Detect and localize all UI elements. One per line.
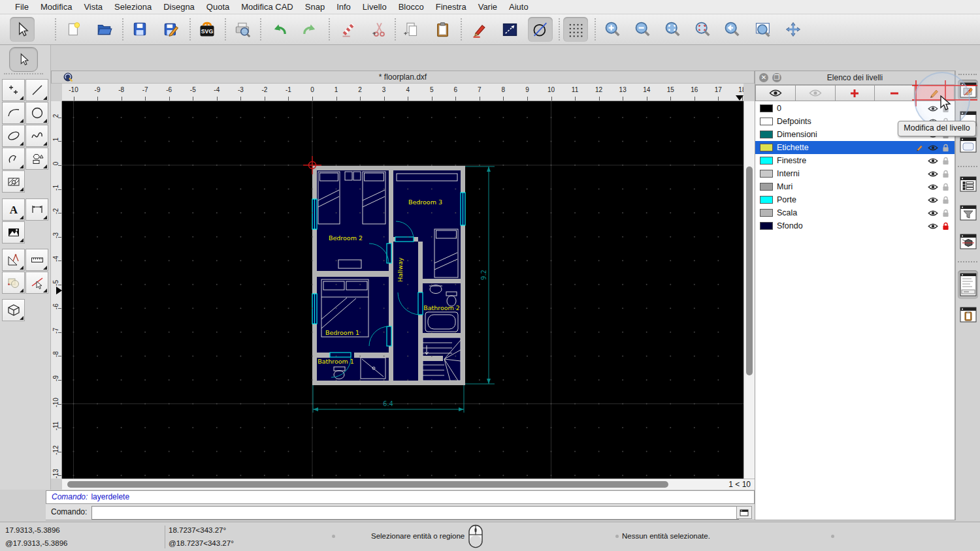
eye-icon[interactable] [928, 223, 938, 230]
vertical-scrollbar-thumb[interactable] [746, 166, 753, 375]
save-button[interactable] [127, 17, 152, 42]
shapes-tool[interactable] [25, 148, 48, 170]
menu-blocco[interactable]: Blocco [393, 0, 430, 14]
dock-preview-window-button[interactable] [958, 134, 978, 155]
svg-export-button[interactable]: SVG [195, 17, 220, 42]
zoom-in-button[interactable] [600, 17, 625, 42]
menu-varie[interactable]: Varie [472, 0, 503, 14]
dock-command-widget-button[interactable] [958, 270, 978, 299]
eye-icon[interactable] [928, 197, 938, 204]
zoom-previous-button[interactable] [720, 17, 745, 42]
show-all-layers-button[interactable] [755, 85, 796, 101]
dock-handle[interactable] [958, 74, 977, 75]
dock-filter-button[interactable] [958, 202, 978, 223]
layer-row-muri[interactable]: Muri [755, 180, 955, 193]
lock-icon[interactable] [942, 170, 949, 178]
ellipse-tool[interactable] [2, 125, 25, 147]
zoom-selection-button[interactable] [691, 17, 715, 42]
copy-button[interactable] [398, 17, 423, 42]
cut-button[interactable] [367, 17, 391, 42]
solid-3d-tool[interactable] [2, 299, 25, 321]
snap-entity-tool[interactable] [25, 272, 48, 294]
menu-modifica[interactable]: Modifica [35, 0, 78, 14]
dock-block-list-button[interactable] [958, 174, 978, 194]
layer-row-sfondo[interactable]: Sfondo [755, 219, 955, 232]
layer-row-finestre[interactable]: Finestre [755, 154, 955, 167]
pan-button[interactable] [781, 17, 806, 42]
text-tool[interactable]: A [2, 198, 25, 221]
arc-tool[interactable] [2, 102, 25, 124]
remove-layer-button[interactable] [875, 85, 915, 101]
measure-tool[interactable] [25, 249, 48, 271]
layer-row-interni[interactable]: Interni [755, 167, 955, 180]
eye-icon[interactable] [928, 210, 938, 217]
lock-icon[interactable] [942, 209, 949, 217]
dimension-tool[interactable] [25, 198, 48, 221]
paste-button[interactable] [430, 17, 455, 42]
image-tool[interactable] [2, 221, 25, 244]
spline-tool[interactable] [25, 125, 48, 147]
menu-file[interactable]: File [9, 0, 35, 14]
delete-tool-button[interactable] [336, 17, 361, 42]
save-as-button[interactable] [159, 17, 184, 42]
select-tool-button[interactable] [10, 17, 35, 42]
menu-bar: FileModificaVistaSelezionaDisegnaQuotaMo… [0, 0, 980, 14]
menu-disegna[interactable]: Disegna [157, 0, 201, 14]
layer-row-etichette[interactable]: Etichette [755, 141, 955, 154]
menu-quota[interactable]: Quota [201, 0, 235, 14]
menu-modifica-cad[interactable]: Modifica CAD [235, 0, 299, 14]
menu-info[interactable]: Info [331, 0, 357, 14]
palette-select-button[interactable] [9, 47, 38, 72]
lock-icon[interactable] [942, 183, 949, 191]
document-titlebar[interactable]: * floorplan.dxf [51, 71, 755, 84]
horizontal-scrollbar[interactable]: 1 < 10 [62, 479, 755, 490]
new-file-button[interactable] [61, 17, 86, 42]
points-tool[interactable] [2, 79, 25, 101]
vertical-scrollbar[interactable] [743, 101, 755, 479]
eye-icon[interactable] [928, 170, 938, 178]
grid-toggle-button[interactable] [563, 17, 588, 42]
isometric-toggle-button[interactable] [528, 17, 553, 42]
lock-icon[interactable] [942, 144, 949, 152]
hatch-tool[interactable] [2, 170, 25, 193]
add-layer-button[interactable] [836, 85, 875, 101]
lock-icon[interactable] [942, 196, 949, 204]
dock-library-browser-button[interactable] [958, 231, 978, 251]
zoom-window-button[interactable] [751, 17, 776, 42]
open-file-button[interactable] [92, 17, 117, 42]
hide-all-layers-button[interactable] [796, 85, 836, 101]
dock-clipboard-button[interactable] [958, 304, 978, 324]
menu-livello[interactable]: Livello [357, 0, 393, 14]
menu-seleziona[interactable]: Seleziona [108, 0, 157, 14]
circle-tool[interactable] [25, 102, 48, 124]
lock-icon[interactable] [942, 222, 949, 230]
menu-snap[interactable]: Snap [299, 0, 331, 14]
menu-vista[interactable]: Vista [78, 0, 108, 14]
print-preview-button[interactable] [230, 17, 255, 42]
eye-icon[interactable] [928, 157, 938, 165]
horizontal-scrollbar-thumb[interactable] [67, 481, 668, 488]
zoom-auto-button[interactable] [661, 17, 685, 42]
command-input[interactable] [91, 506, 739, 520]
eye-icon[interactable] [928, 183, 938, 191]
status-led [332, 535, 335, 538]
line-tool[interactable] [25, 79, 48, 101]
modify-tool[interactable] [2, 249, 25, 271]
line-attributes-button[interactable] [497, 17, 522, 42]
command-detach-button[interactable] [736, 506, 752, 519]
h-ruler-label: 7 [478, 86, 482, 93]
layer-row-scala[interactable]: Scala [755, 206, 955, 219]
lock-icon[interactable] [942, 157, 949, 165]
menu-aiuto[interactable]: Aiuto [503, 0, 534, 14]
eye-icon[interactable] [928, 144, 938, 151]
redo-button[interactable] [297, 17, 322, 42]
drawing-canvas[interactable]: 6.4 9.2 Bedroom 2 Bedroom 3 Bedroom 1 Ba… [62, 101, 743, 479]
pen-edit-button[interactable] [466, 17, 491, 42]
undo-button[interactable] [267, 17, 292, 42]
palette-handle[interactable] [4, 73, 43, 74]
layer-row-porte[interactable]: Porte [755, 193, 955, 206]
zoom-out-button[interactable] [630, 17, 655, 42]
polyline-tool[interactable] [2, 148, 25, 170]
menu-finestra[interactable]: Finestra [430, 0, 472, 14]
explode-tool[interactable] [2, 272, 25, 294]
